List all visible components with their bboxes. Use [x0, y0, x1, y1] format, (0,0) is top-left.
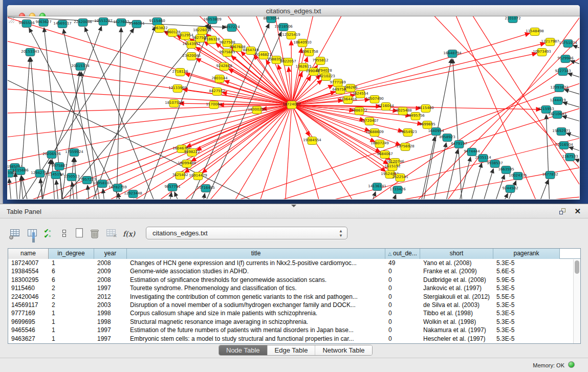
graph-node[interactable]: 1527602 [113, 19, 129, 27]
graph-node[interactable]: 16099489 [178, 160, 196, 168]
column-header-title[interactable]: title [127, 249, 385, 259]
column-header-short[interactable]: short [420, 249, 493, 259]
column-header-year[interactable]: year [94, 249, 127, 259]
table-row[interactable]: 2242004622012Investigating the contribut… [8, 293, 580, 301]
graph-node[interactable]: 7857224 [224, 24, 240, 32]
graph-node[interactable]: 19384554 [303, 137, 321, 145]
graph-node[interactable]: 1145194 [48, 171, 64, 179]
graph-node[interactable]: 10553287 [94, 18, 113, 26]
table-row[interactable]: 946362711997Embryonic stem cells: a mode… [8, 335, 580, 343]
graph-node[interactable]: 9115460 [418, 105, 433, 113]
column-header-name[interactable]: name [8, 249, 49, 259]
function-builder-icon[interactable]: f(x) [123, 229, 136, 243]
graph-node[interactable]: 9227343 [555, 68, 571, 76]
close-panel-icon[interactable]: ✕ [574, 207, 581, 216]
graph-node[interactable]: 14210223 [317, 73, 335, 81]
table-source-select[interactable]: citations_edges.txt ▲▼ [146, 227, 347, 239]
graph-node[interactable]: 9546061 [128, 20, 144, 28]
tab-node-table[interactable]: Node Table [219, 345, 268, 355]
graph-node[interactable]: 15692971 [552, 128, 571, 136]
graph-node[interactable]: 1733426 [389, 186, 406, 194]
scrollbar-thumb[interactable] [575, 260, 579, 274]
graph-node[interactable]: 1167533 [562, 154, 578, 161]
graph-node[interactable]: 23420046 [182, 53, 201, 60]
graph-node[interactable]: 18226058 [193, 27, 211, 35]
graph-node[interactable]: 20153343 [21, 49, 39, 56]
graph-node[interactable]: 1244419 [550, 97, 565, 105]
graph-node[interactable]: 12133969 [168, 85, 187, 93]
graph-node[interactable]: 6822057 [280, 58, 296, 66]
graph-node[interactable]: 12942757 [31, 170, 49, 178]
graph-node[interactable]: 18107554 [165, 100, 183, 107]
table-row[interactable]: 946554611997Estimation of the future num… [8, 326, 580, 334]
graph-node[interactable]: 9684067 [377, 151, 393, 159]
table-mode-icon[interactable] [9, 227, 23, 240]
graph-node[interactable]: 9244502 [502, 185, 518, 193]
graph-node[interactable]: 10024335 [509, 172, 527, 180]
graph-node[interactable]: 9975685 [219, 49, 235, 57]
graph-node[interactable]: 9465546 [18, 20, 35, 28]
delete-column-icon[interactable] [89, 228, 102, 242]
network-canvas[interactable]: 9465546946362714569117224200461055328715… [8, 16, 579, 199]
graph-node[interactable]: 12093872 [550, 84, 569, 92]
graph-node[interactable]: 1677832 [542, 171, 558, 179]
graph-node[interactable]: 1663595 [498, 166, 514, 174]
window-resize-grip[interactable] [8, 16, 15, 24]
graph-node[interactable]: 9857791 [164, 184, 180, 191]
select-all-columns-icon[interactable]: ✔▫✔▫ [44, 229, 57, 242]
graph-node[interactable]: 10973493 [533, 49, 551, 56]
graph-node[interactable]: 16914479 [189, 172, 207, 180]
graph-node[interactable]: 10507490 [365, 96, 384, 103]
graph-node[interactable]: 22420046 [74, 19, 92, 27]
column-header-in_degree[interactable]: in_degree [49, 249, 94, 259]
graph-node[interactable]: 2101072 [505, 16, 520, 23]
row-height-icon[interactable] [58, 227, 72, 240]
graph-node[interactable]: 18807249 [371, 140, 389, 148]
graph-node[interactable]: 2803144 [211, 75, 228, 83]
graph-node[interactable]: 19654923 [399, 129, 417, 137]
graph-node[interactable]: 12217987 [541, 38, 559, 46]
table-row[interactable]: 1938455462009Genome-wide association stu… [8, 267, 580, 275]
graph-node[interactable]: 9975887 [51, 163, 67, 170]
network-graph[interactable]: 9465546946362714569117224200461055328715… [8, 16, 579, 199]
graph-node[interactable]: 16543912 [182, 41, 201, 49]
graph-node[interactable]: 7625402 [172, 172, 188, 180]
graph-node[interactable]: 2718126 [172, 69, 188, 76]
graph-node[interactable]: 19756928 [396, 143, 415, 151]
graph-node[interactable]: 11548498 [526, 28, 544, 36]
graph-node[interactable]: 8958923 [439, 134, 455, 142]
graph-node[interactable]: 6216044 [378, 103, 394, 111]
graph-node[interactable]: 1350513 [63, 173, 79, 181]
graph-node[interactable]: 9498222 [184, 149, 200, 157]
graph-node[interactable]: 20015334 [71, 63, 90, 71]
graph-node[interactable]: 12923448 [124, 190, 142, 198]
graph-node[interactable]: 17016504 [555, 142, 573, 149]
table-row[interactable]: 969969511998Structural magnetic resonanc… [8, 318, 580, 326]
graph-node[interactable]: 18640910 [293, 39, 312, 47]
graph-node[interactable]: 9129946 [557, 55, 574, 63]
graph-node[interactable]: 8427552 [209, 88, 225, 96]
table-row[interactable]: 977716911998Corpus callosum shape and si… [8, 309, 580, 317]
graph-node[interactable]: 8813054 [263, 16, 279, 23]
graph-node[interactable]: 14569117 [53, 20, 72, 28]
graph-node[interactable]: 19218506 [274, 24, 293, 31]
column-header-out_de[interactable]: △out_de... [385, 249, 420, 259]
graph-node[interactable]: 746266 [344, 84, 358, 92]
graph-node[interactable]: 16648794 [443, 50, 462, 58]
graph-node[interactable]: 10688609 [365, 129, 384, 137]
table-row[interactable]: 1872400712008Changes of HCN gene express… [8, 259, 580, 267]
tab-edge-table[interactable]: Edge Table [268, 345, 316, 355]
table-vertical-scrollbar[interactable] [573, 259, 580, 344]
graph-node[interactable]: 12325419 [282, 32, 300, 39]
table-row[interactable]: 1456911722003Disruption of a novel membe… [8, 301, 580, 309]
graph-node[interactable]: 9474444 [464, 148, 480, 156]
graph-node[interactable]: 19495756 [406, 113, 425, 120]
graph-node[interactable]: 15720407 [360, 118, 379, 125]
column-header-pagerank[interactable]: pagerank [493, 249, 560, 259]
new-column-icon[interactable] [74, 227, 87, 240]
float-panel-icon[interactable] [559, 208, 567, 215]
graph-node[interactable]: 9938537 [487, 160, 503, 168]
table-row[interactable]: 1830029562008Estimation of significance … [8, 276, 580, 284]
graph-node[interactable]: 1615152 [384, 163, 400, 171]
table-row[interactable]: 911546021997Tourette syndrome. Phenomeno… [8, 284, 580, 292]
